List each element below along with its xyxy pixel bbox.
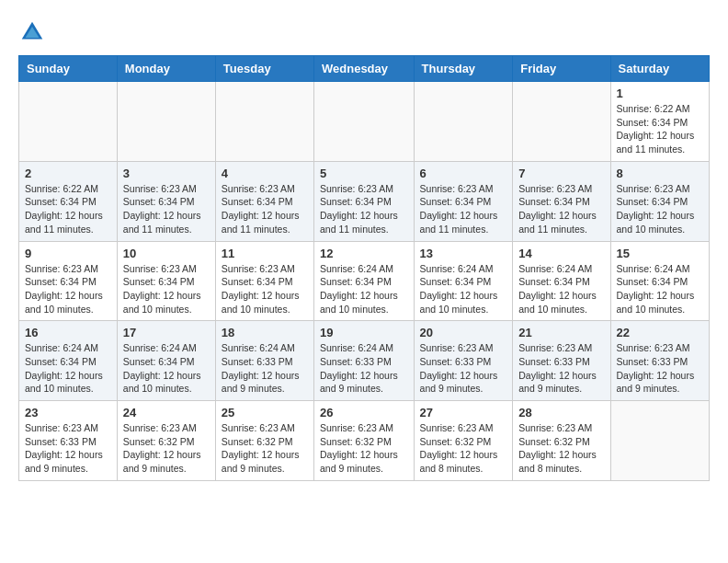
calendar-cell: 24Sunrise: 6:23 AM Sunset: 6:32 PM Dayli… <box>117 401 215 481</box>
day-number: 9 <box>25 247 111 260</box>
calendar-cell <box>610 401 709 481</box>
cell-detail: Sunrise: 6:23 AM Sunset: 6:32 PM Dayligh… <box>222 421 308 476</box>
cell-detail: Sunrise: 6:23 AM Sunset: 6:33 PM Dayligh… <box>617 341 703 396</box>
calendar-week-row: 2Sunrise: 6:22 AM Sunset: 6:34 PM Daylig… <box>19 161 710 241</box>
day-number: 21 <box>518 326 604 339</box>
day-number: 17 <box>123 326 210 339</box>
day-number: 3 <box>123 167 210 180</box>
column-header-friday: Friday <box>513 56 610 82</box>
column-header-monday: Monday <box>117 56 215 82</box>
cell-detail: Sunrise: 6:24 AM Sunset: 6:34 PM Dayligh… <box>617 262 703 316</box>
calendar-cell: 12Sunrise: 6:24 AM Sunset: 6:34 PM Dayli… <box>314 241 415 321</box>
day-number: 23 <box>25 406 111 419</box>
day-number: 14 <box>518 247 604 260</box>
cell-detail: Sunrise: 6:23 AM Sunset: 6:33 PM Dayligh… <box>25 421 111 476</box>
calendar-cell: 20Sunrise: 6:23 AM Sunset: 6:33 PM Dayli… <box>414 321 513 401</box>
cell-detail: Sunrise: 6:23 AM Sunset: 6:34 PM Dayligh… <box>123 182 210 236</box>
calendar-table: SundayMondayTuesdayWednesdayThursdayFrid… <box>18 55 710 481</box>
column-header-thursday: Thursday <box>414 56 513 82</box>
calendar-cell: 1Sunrise: 6:22 AM Sunset: 6:34 PM Daylig… <box>610 82 709 162</box>
calendar-week-row: 1Sunrise: 6:22 AM Sunset: 6:34 PM Daylig… <box>19 82 710 162</box>
calendar-cell: 26Sunrise: 6:23 AM Sunset: 6:32 PM Dayli… <box>314 401 415 481</box>
cell-detail: Sunrise: 6:22 AM Sunset: 6:34 PM Dayligh… <box>25 182 111 236</box>
calendar-cell: 17Sunrise: 6:24 AM Sunset: 6:34 PM Dayli… <box>117 321 215 401</box>
calendar-cell: 22Sunrise: 6:23 AM Sunset: 6:33 PM Dayli… <box>610 321 709 401</box>
calendar-cell <box>414 82 513 162</box>
day-number: 15 <box>617 247 703 260</box>
calendar-cell: 19Sunrise: 6:24 AM Sunset: 6:33 PM Dayli… <box>314 321 415 401</box>
cell-detail: Sunrise: 6:23 AM Sunset: 6:34 PM Dayligh… <box>320 182 408 236</box>
column-header-wednesday: Wednesday <box>314 56 415 82</box>
cell-detail: Sunrise: 6:24 AM Sunset: 6:34 PM Dayligh… <box>320 262 408 316</box>
column-header-sunday: Sunday <box>19 56 118 82</box>
cell-detail: Sunrise: 6:22 AM Sunset: 6:34 PM Dayligh… <box>617 102 703 156</box>
column-header-saturday: Saturday <box>610 56 709 82</box>
calendar-cell <box>19 82 118 162</box>
calendar-cell: 23Sunrise: 6:23 AM Sunset: 6:33 PM Dayli… <box>19 401 118 481</box>
day-number: 24 <box>123 406 210 419</box>
cell-detail: Sunrise: 6:23 AM Sunset: 6:32 PM Dayligh… <box>123 421 210 476</box>
day-number: 12 <box>320 247 408 260</box>
day-number: 10 <box>123 247 210 260</box>
calendar-cell <box>314 82 415 162</box>
cell-detail: Sunrise: 6:23 AM Sunset: 6:32 PM Dayligh… <box>518 421 604 476</box>
calendar-cell: 7Sunrise: 6:23 AM Sunset: 6:34 PM Daylig… <box>513 161 610 241</box>
calendar-cell: 21Sunrise: 6:23 AM Sunset: 6:33 PM Dayli… <box>513 321 610 401</box>
cell-detail: Sunrise: 6:24 AM Sunset: 6:34 PM Dayligh… <box>518 262 604 316</box>
calendar-week-row: 9Sunrise: 6:23 AM Sunset: 6:34 PM Daylig… <box>19 241 710 321</box>
calendar-cell: 15Sunrise: 6:24 AM Sunset: 6:34 PM Dayli… <box>610 241 709 321</box>
cell-detail: Sunrise: 6:23 AM Sunset: 6:34 PM Dayligh… <box>222 262 308 316</box>
day-number: 5 <box>320 167 408 180</box>
day-number: 1 <box>617 86 703 100</box>
calendar-cell: 9Sunrise: 6:23 AM Sunset: 6:34 PM Daylig… <box>19 241 118 321</box>
cell-detail: Sunrise: 6:23 AM Sunset: 6:34 PM Dayligh… <box>222 182 308 236</box>
calendar-cell: 28Sunrise: 6:23 AM Sunset: 6:32 PM Dayli… <box>513 401 610 481</box>
cell-detail: Sunrise: 6:24 AM Sunset: 6:33 PM Dayligh… <box>222 341 308 396</box>
calendar-week-row: 23Sunrise: 6:23 AM Sunset: 6:33 PM Dayli… <box>19 401 710 481</box>
cell-detail: Sunrise: 6:23 AM Sunset: 6:34 PM Dayligh… <box>518 182 604 236</box>
calendar-header-row: SundayMondayTuesdayWednesdayThursdayFrid… <box>19 56 710 82</box>
calendar-cell <box>513 82 610 162</box>
cell-detail: Sunrise: 6:24 AM Sunset: 6:33 PM Dayligh… <box>320 341 408 396</box>
day-number: 18 <box>222 326 308 339</box>
calendar-cell: 13Sunrise: 6:24 AM Sunset: 6:34 PM Dayli… <box>414 241 513 321</box>
day-number: 11 <box>222 247 308 260</box>
calendar-cell: 10Sunrise: 6:23 AM Sunset: 6:34 PM Dayli… <box>117 241 215 321</box>
day-number: 22 <box>617 326 703 339</box>
cell-detail: Sunrise: 6:23 AM Sunset: 6:34 PM Dayligh… <box>420 182 507 236</box>
cell-detail: Sunrise: 6:23 AM Sunset: 6:34 PM Dayligh… <box>25 262 111 316</box>
calendar-cell: 11Sunrise: 6:23 AM Sunset: 6:34 PM Dayli… <box>215 241 313 321</box>
calendar-cell: 14Sunrise: 6:24 AM Sunset: 6:34 PM Dayli… <box>513 241 610 321</box>
calendar-cell: 25Sunrise: 6:23 AM Sunset: 6:32 PM Dayli… <box>215 401 313 481</box>
cell-detail: Sunrise: 6:23 AM Sunset: 6:33 PM Dayligh… <box>518 341 604 396</box>
day-number: 26 <box>320 406 408 419</box>
calendar-cell: 27Sunrise: 6:23 AM Sunset: 6:32 PM Dayli… <box>414 401 513 481</box>
calendar-cell: 5Sunrise: 6:23 AM Sunset: 6:34 PM Daylig… <box>314 161 415 241</box>
page-header <box>18 18 710 46</box>
logo-icon <box>18 18 46 46</box>
calendar-cell: 18Sunrise: 6:24 AM Sunset: 6:33 PM Dayli… <box>215 321 313 401</box>
cell-detail: Sunrise: 6:23 AM Sunset: 6:32 PM Dayligh… <box>320 421 408 476</box>
calendar-cell: 16Sunrise: 6:24 AM Sunset: 6:34 PM Dayli… <box>19 321 118 401</box>
day-number: 16 <box>25 326 111 339</box>
day-number: 6 <box>420 167 507 180</box>
day-number: 28 <box>518 406 604 419</box>
column-header-tuesday: Tuesday <box>215 56 313 82</box>
calendar-cell: 3Sunrise: 6:23 AM Sunset: 6:34 PM Daylig… <box>117 161 215 241</box>
calendar-cell: 6Sunrise: 6:23 AM Sunset: 6:34 PM Daylig… <box>414 161 513 241</box>
cell-detail: Sunrise: 6:23 AM Sunset: 6:33 PM Dayligh… <box>420 341 507 396</box>
calendar-week-row: 16Sunrise: 6:24 AM Sunset: 6:34 PM Dayli… <box>19 321 710 401</box>
cell-detail: Sunrise: 6:23 AM Sunset: 6:34 PM Dayligh… <box>617 182 703 236</box>
cell-detail: Sunrise: 6:24 AM Sunset: 6:34 PM Dayligh… <box>25 341 111 396</box>
calendar-cell: 8Sunrise: 6:23 AM Sunset: 6:34 PM Daylig… <box>610 161 709 241</box>
calendar-cell <box>215 82 313 162</box>
cell-detail: Sunrise: 6:23 AM Sunset: 6:32 PM Dayligh… <box>420 421 507 476</box>
cell-detail: Sunrise: 6:24 AM Sunset: 6:34 PM Dayligh… <box>123 341 210 396</box>
day-number: 20 <box>420 326 507 339</box>
day-number: 7 <box>518 167 604 180</box>
day-number: 2 <box>25 167 111 180</box>
cell-detail: Sunrise: 6:23 AM Sunset: 6:34 PM Dayligh… <box>123 262 210 316</box>
logo <box>18 18 48 46</box>
calendar-cell: 2Sunrise: 6:22 AM Sunset: 6:34 PM Daylig… <box>19 161 118 241</box>
day-number: 25 <box>222 406 308 419</box>
